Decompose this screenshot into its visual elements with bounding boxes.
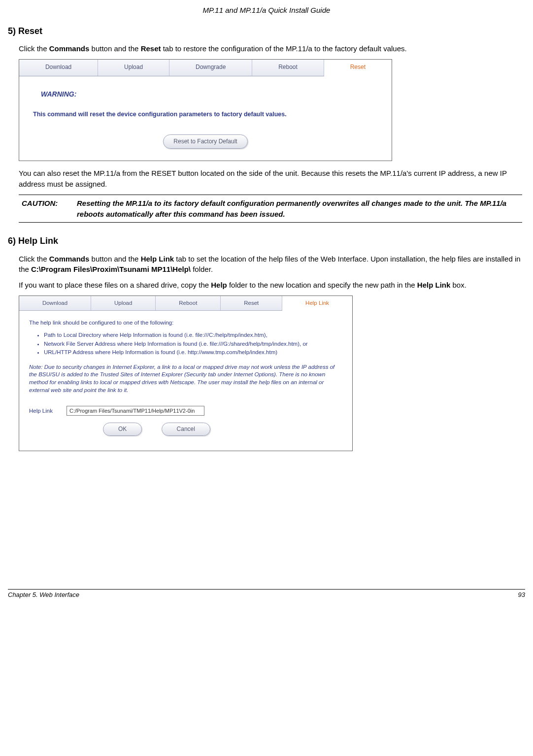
caution-label: CAUTION:	[19, 198, 77, 220]
reset-para1: Click the Commands button and the Reset …	[19, 43, 522, 54]
help-note: Note: Due to security changes in Interne…	[29, 363, 342, 394]
text: Click the	[19, 255, 49, 263]
list-item: Path to Local Directory where Help Infor…	[44, 331, 342, 339]
tab-downgrade[interactable]: Downgrade	[169, 60, 252, 76]
doc-header-title: MP.11 and MP.11/a Quick Install Guide	[8, 5, 525, 16]
heading-reset: 5) Reset	[8, 25, 525, 37]
tab-download[interactable]: Download	[19, 296, 91, 310]
bold-commands: Commands	[49, 44, 90, 53]
tab-helplink[interactable]: Help Link	[282, 296, 352, 311]
tab-reboot[interactable]: Reboot	[252, 60, 324, 76]
footer-page-number: 93	[518, 591, 525, 600]
tab-upload[interactable]: Upload	[98, 60, 169, 76]
list-item: URL/HTTP Address where Help Information …	[44, 349, 342, 357]
reset-factory-button[interactable]: Reset to Factory Default	[163, 134, 247, 149]
text: button and the	[89, 255, 140, 263]
warning-text: This command will reset the device confi…	[33, 110, 383, 119]
heading-helplink: 6) Help Link	[8, 234, 525, 247]
help-intro-text: The help link should be configured to on…	[29, 319, 342, 327]
tab-reboot[interactable]: Reboot	[156, 296, 221, 310]
help-para2: If you want to place these files on a sh…	[19, 280, 522, 291]
text: button and the	[89, 44, 140, 53]
bold-helplink: Help Link	[141, 255, 174, 263]
bold-commands: Commands	[49, 255, 90, 263]
bold-reset: Reset	[141, 44, 161, 53]
text: folder to the new location and specify t…	[227, 281, 417, 289]
bold-path: C:\Program Files\Proxim\Tsunami MP11\Hel…	[31, 265, 191, 273]
help-bullet-list: Path to Local Directory where Help Infor…	[44, 331, 342, 357]
warning-label: WARNING:	[41, 89, 383, 99]
ok-button[interactable]: OK	[103, 423, 142, 436]
tab-row: Download Upload Downgrade Reboot Reset	[19, 60, 392, 76]
tab-row: Download Upload Reboot Reset Help Link	[19, 296, 352, 311]
tab-reset[interactable]: Reset	[221, 296, 282, 310]
cancel-button[interactable]: Cancel	[162, 423, 210, 436]
caution-text: Resetting the MP.11/a to its factory def…	[77, 198, 522, 220]
reset-para2: You can also reset the MP.11/a from the …	[19, 168, 522, 190]
help-link-input[interactable]	[67, 406, 204, 416]
text: tab to restore the configuration of the …	[161, 44, 407, 53]
caution-box: CAUTION: Resetting the MP.11/a to its fa…	[19, 195, 522, 223]
list-item: Network File Server Address where Help I…	[44, 340, 342, 348]
screenshot-reset-panel: Download Upload Downgrade Reboot Reset W…	[19, 59, 392, 162]
screenshot-helplink-panel: Download Upload Reboot Reset Help Link T…	[19, 296, 353, 452]
help-link-label: Help Link	[29, 407, 59, 415]
tab-reset[interactable]: Reset	[324, 60, 392, 76]
help-para1: Click the Commands button and the Help L…	[19, 254, 522, 275]
bold-help: Help	[211, 281, 227, 289]
tab-download[interactable]: Download	[19, 60, 98, 76]
bold-helplink2: Help Link	[417, 281, 451, 289]
footer-chapter: Chapter 5. Web Interface	[8, 591, 79, 600]
text: If you want to place these files on a sh…	[19, 281, 211, 289]
text: Click the	[19, 44, 49, 53]
text: folder.	[191, 265, 213, 273]
tab-upload[interactable]: Upload	[91, 296, 156, 310]
text: box.	[450, 281, 466, 289]
